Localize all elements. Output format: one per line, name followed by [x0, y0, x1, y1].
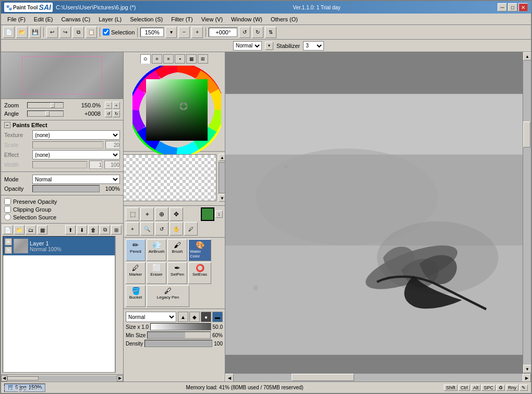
- scroll-down-btn[interactable]: ▼: [523, 365, 531, 373]
- new-layer-set-btn[interactable]: 📁: [14, 225, 25, 235]
- rotate-tool[interactable]: ↺: [155, 222, 168, 236]
- blend-mode-select[interactable]: Normal: [233, 41, 262, 51]
- layer-delete-btn[interactable]: 🗑: [88, 225, 99, 235]
- selpen-tool[interactable]: ✒ SelPen: [167, 262, 187, 284]
- zoom-increase-btn[interactable]: +: [113, 102, 120, 109]
- stabilizer-select[interactable]: 3: [303, 41, 324, 51]
- undo-button[interactable]: ↩: [46, 27, 58, 38]
- rotate-left-button[interactable]: ↺: [239, 27, 250, 38]
- canvas-svg[interactable]: [225, 60, 523, 371]
- opacity-slider[interactable]: [32, 185, 100, 192]
- new-layer-btn[interactable]: 📄: [3, 225, 13, 235]
- marquee-tool[interactable]: ⬚: [126, 207, 139, 221]
- hscroll-thumb[interactable]: [7, 376, 39, 380]
- menu-canvas[interactable]: Canvas (C): [57, 15, 95, 23]
- menu-file[interactable]: File (F): [3, 15, 30, 23]
- angle-input[interactable]: [209, 28, 237, 37]
- save-button[interactable]: 💾: [29, 27, 41, 38]
- angle-rotate-right-btn[interactable]: ↻: [113, 110, 120, 117]
- angle-rotate-left-btn[interactable]: ↺: [105, 110, 112, 117]
- new-layer-folder-btn[interactable]: 🗂: [26, 225, 36, 235]
- redo-button[interactable]: ↪: [59, 27, 71, 38]
- swatch-scrollbar[interactable]: [219, 162, 225, 193]
- layer-down-btn[interactable]: ⬇: [77, 225, 87, 235]
- maximize-button[interactable]: □: [508, 3, 517, 11]
- zoom-slider[interactable]: [27, 102, 64, 108]
- swatch-scroll-down[interactable]: ▼: [219, 194, 225, 202]
- menu-edit[interactable]: Edit (E): [30, 15, 57, 23]
- eraser-tool[interactable]: ⬜ Eraser: [147, 262, 166, 284]
- scroll-up-btn[interactable]: ▲: [523, 52, 531, 60]
- paste-button[interactable]: 📋: [86, 27, 97, 38]
- pencil-tool[interactable]: ✏ Pencil: [126, 239, 146, 261]
- layer-item[interactable]: 👁 ✎ Layer 1 Normal 100%: [3, 237, 115, 255]
- new-button[interactable]: 📄: [3, 27, 15, 38]
- brush-tool[interactable]: 🖌 Brush: [167, 239, 187, 261]
- color-wheel-wrapper[interactable]: [132, 66, 216, 149]
- close-button[interactable]: ✕: [518, 3, 528, 11]
- swap-colors-btn[interactable]: ↕: [215, 211, 223, 218]
- copy-button[interactable]: ⧉: [72, 27, 84, 38]
- move-tool[interactable]: ✥: [170, 207, 183, 221]
- brush-shape-2[interactable]: ◆: [189, 312, 200, 322]
- layer-merge-btn[interactable]: ⊞: [111, 225, 122, 235]
- brush-shape-1[interactable]: ▲: [178, 312, 188, 322]
- menu-layer[interactable]: Layer (L): [94, 15, 126, 23]
- color-tab-3[interactable]: ▪: [175, 54, 185, 64]
- color-wheel-svg[interactable]: [132, 66, 221, 154]
- mode-select[interactable]: Normal: [32, 175, 120, 184]
- brush-mode-select[interactable]: Normal: [126, 312, 176, 322]
- scroll-left-btn[interactable]: ◀: [1, 375, 7, 381]
- size-slider[interactable]: [150, 323, 211, 330]
- clipping-group-checkbox[interactable]: [4, 206, 11, 213]
- zoom-options-button[interactable]: ▾: [165, 27, 177, 38]
- texture-select[interactable]: (none): [32, 130, 120, 140]
- minimize-button[interactable]: ─: [498, 3, 507, 11]
- menu-others[interactable]: Others (O): [267, 15, 302, 23]
- preserve-opacity-checkbox[interactable]: [4, 198, 11, 205]
- angle-slider[interactable]: [27, 110, 64, 117]
- magic-wand-tool[interactable]: ⊕: [155, 207, 168, 221]
- hscroll-thumb-canvas[interactable]: [292, 374, 354, 381]
- color-tab-1[interactable]: ≡: [152, 54, 162, 64]
- swatch-scroll-up[interactable]: ▲: [219, 154, 225, 161]
- foreground-color-swatch[interactable]: [201, 207, 214, 221]
- zoom-out-button[interactable]: −: [178, 27, 190, 38]
- density-slider[interactable]: [144, 340, 212, 347]
- blend-mode-btn[interactable]: ▾: [265, 42, 273, 50]
- vscroll-thumb[interactable]: [523, 121, 530, 147]
- brush-shape-4[interactable]: ▬: [212, 312, 223, 322]
- brush-shape-3[interactable]: ●: [201, 312, 211, 322]
- layer-more-btn[interactable]: ▦: [37, 225, 47, 235]
- airbrush-tool[interactable]: 💨 AirBrush: [147, 239, 166, 261]
- scroll-tool[interactable]: ✋: [170, 222, 183, 236]
- legacy-pen-tool[interactable]: 🖋 Legacy Pen: [147, 285, 189, 307]
- zoom-tool[interactable]: +: [126, 222, 139, 236]
- eyedropper-tool[interactable]: 🖊: [184, 222, 198, 236]
- scroll-right-arrow[interactable]: ▶: [523, 374, 531, 381]
- canvas-main[interactable]: [225, 52, 523, 373]
- color-tab-4[interactable]: ▦: [186, 54, 197, 64]
- layer-edit-btn[interactable]: ✎: [5, 247, 12, 254]
- selection-check[interactable]: [103, 29, 110, 35]
- color-tab-2[interactable]: ≡: [163, 54, 174, 64]
- layer-up-btn[interactable]: ⬆: [65, 225, 76, 235]
- flip-button[interactable]: ⇅: [265, 27, 276, 38]
- zoom-decrease-btn[interactable]: −: [105, 102, 112, 109]
- menu-window[interactable]: Window (W): [227, 15, 267, 23]
- seleras-tool[interactable]: ⭕ SelEras: [188, 262, 211, 284]
- zoom-in-button[interactable]: +: [191, 27, 203, 38]
- watercolor-tool[interactable]: 🎨 Water Color: [188, 239, 211, 261]
- scroll-right-btn[interactable]: ▶: [117, 375, 123, 381]
- zoom-out-tool[interactable]: 🔍: [140, 222, 154, 236]
- menu-view[interactable]: View (V): [197, 15, 227, 23]
- scroll-left-arrow[interactable]: ◀: [225, 374, 234, 381]
- color-tab-wheel[interactable]: ⊙: [140, 54, 151, 64]
- color-swatch-area[interactable]: [124, 154, 216, 201]
- menu-selection[interactable]: Selection (S): [126, 15, 167, 23]
- selection-source-radio[interactable]: [4, 214, 11, 220]
- open-button[interactable]: 📂: [16, 27, 28, 38]
- bucket-tool[interactable]: 🪣 Bucket: [126, 285, 146, 307]
- lasso-tool[interactable]: ⌖: [140, 207, 154, 221]
- effect-select[interactable]: (none): [32, 150, 120, 159]
